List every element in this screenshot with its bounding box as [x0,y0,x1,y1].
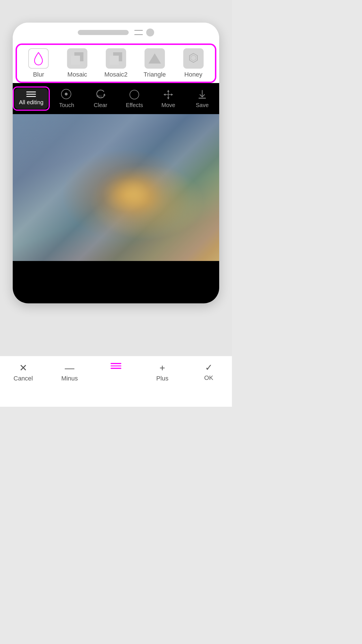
effects-circle-icon [130,90,139,99]
app-bottom-nav: ✕ Cancel — Minus + Plus ✓ OK [0,356,232,407]
save-label: Save [196,102,209,108]
mosaic-label: Mosaic [67,71,87,78]
edit-toolbar: All editing Touch ALL [13,83,219,114]
svg-marker-6 [167,90,169,92]
phone-inner: Blur Mosaic [13,23,219,303]
mosaic-icon-box [67,48,87,69]
svg-marker-3 [103,93,105,95]
hamburger-icon [26,92,36,97]
svg-marker-8 [163,93,165,96]
effects-label: Effects [126,102,143,108]
mosaic2-icon-box [106,48,126,69]
cancel-icon: ✕ [19,363,27,373]
all-editing-button[interactable]: All editing [14,88,48,109]
phone-circle-icon [146,29,154,36]
filter-item-blur[interactable]: Blur [19,48,58,78]
download-icon [197,89,208,100]
bokeh-light [106,173,162,215]
minus-label: Minus [61,375,78,382]
touch-circle-icon [61,89,71,99]
main-image-area [13,114,219,261]
move-arrows-icon [163,89,174,100]
phone-bottom-black [13,261,219,303]
svg-rect-10 [199,98,206,99]
svg-marker-0 [189,53,197,62]
filter-toolbar-wrapper: Blur Mosaic [16,43,216,83]
phone-top-bar [13,23,219,42]
mosaic2-squares-icon [109,51,123,66]
clear-reset-icon: ALL [95,89,106,100]
clear-label: Clear [94,102,107,108]
blur-droplet-icon [33,51,44,66]
mosaic-squares-icon [70,51,85,66]
triangle-icon-box [145,48,165,69]
minus-icon: — [65,363,74,373]
filter-item-mosaic[interactable]: Mosaic [58,48,97,78]
phone-pill [78,30,129,35]
move-tool[interactable]: Move [151,89,185,108]
touch-dot-icon [65,93,68,95]
phone-lines-icon [134,30,143,35]
effects-tool[interactable]: Effects [117,89,151,108]
menu-pink-icon [111,363,121,369]
triangle-shape-wrap [147,51,162,66]
triangle-label: Triangle [143,71,166,78]
minus-nav-item[interactable]: — Minus [46,363,93,382]
all-editing-highlighted-wrapper: All editing [13,86,50,111]
save-tool[interactable]: Save [185,89,219,108]
phone-frame: Blur Mosaic [13,23,219,303]
honey-hex-icon [187,52,200,65]
touch-label: Touch [59,102,74,108]
filter-item-mosaic2[interactable]: Mosaic2 [97,48,135,78]
filter-item-honey[interactable]: Honey [174,48,213,78]
move-icon [163,89,174,100]
check-icon: ✓ [205,363,213,372]
filter-item-triangle[interactable]: Triangle [135,48,174,78]
plus-label: Plus [156,375,169,382]
touch-tool[interactable]: Touch [50,89,84,108]
honey-icon-box [183,48,204,69]
plus-nav-item[interactable]: + Plus [139,363,186,382]
plus-icon: + [160,363,165,373]
all-editing-label: All editing [19,99,44,106]
move-label: Move [161,102,175,108]
ok-nav-item[interactable]: ✓ OK [186,363,232,382]
touch-icon [61,89,72,100]
mosaic-front-square [71,56,80,65]
svg-marker-9 [171,93,173,96]
blur-icon-box [28,48,49,69]
blur-label: Blur [33,71,44,78]
phone-top-right [134,29,154,36]
menu-nav-item[interactable] [93,363,139,369]
page-container: Blur Mosaic [0,0,232,407]
mosaic2-front-square [110,56,119,65]
ok-label: OK [204,374,213,382]
honey-label: Honey [184,71,202,78]
cancel-label: Cancel [14,375,33,382]
effects-icon [129,89,140,100]
triangle-shape-icon [148,53,161,64]
clear-tool[interactable]: ALL Clear [84,89,118,108]
mosaic2-label: Mosaic2 [104,71,128,78]
save-icon [197,89,208,100]
filter-toolbar: Blur Mosaic [17,45,215,82]
cancel-nav-item[interactable]: ✕ Cancel [0,363,46,382]
clear-icon: ALL [95,89,106,100]
svg-marker-7 [167,97,169,99]
svg-marker-1 [191,55,196,61]
